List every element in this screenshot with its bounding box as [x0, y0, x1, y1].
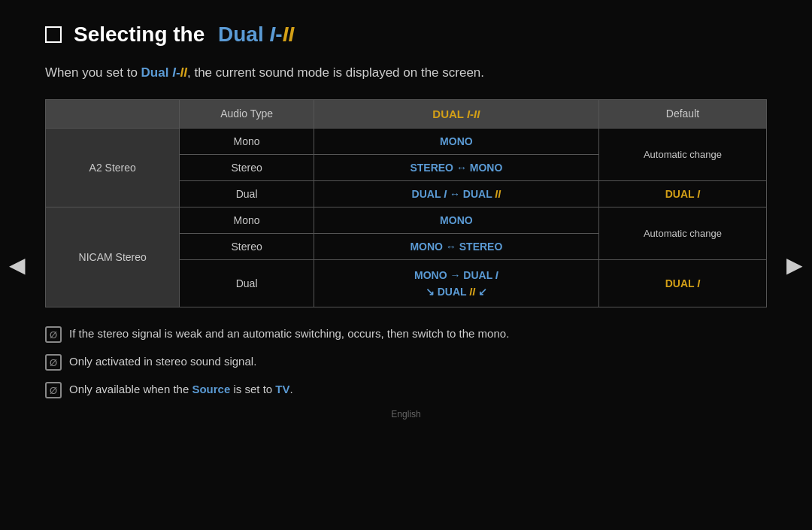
- title-blue-text: Dual I-II: [218, 23, 294, 47]
- note-3-text: Only available when the Source is set to…: [69, 381, 293, 398]
- title-text-before: Selecting the: [74, 23, 211, 47]
- default-value-cell: Automatic change: [598, 128, 766, 180]
- note-3-source: Source: [192, 383, 230, 395]
- dual-value-cell: STEREO ↔ MONO: [314, 154, 598, 180]
- note-icon-3: [45, 382, 62, 398]
- audio-table: Audio Type DUAL I-II Default A2 Stereo M…: [45, 99, 767, 308]
- note-3: Only available when the Source is set to…: [45, 381, 767, 398]
- audio-type-cell: Mono: [180, 128, 314, 154]
- section-a2-stereo: A2 Stereo: [46, 128, 180, 207]
- footer-language: English: [45, 409, 767, 419]
- col-header-default: Default: [598, 99, 766, 128]
- subtitle: When you set to Dual I-II, the current s…: [45, 63, 767, 83]
- nav-right-arrow[interactable]: ▶: [783, 247, 806, 284]
- default-value-cell: DUAL I: [598, 259, 766, 307]
- audio-type-cell: Dual: [180, 259, 314, 307]
- nav-left-arrow[interactable]: ◀: [6, 247, 29, 284]
- default-value-cell: Automatic change: [598, 207, 766, 259]
- dual-value-cell: MONO ↔ STEREO: [314, 233, 598, 259]
- note-1-text: If the stereo signal is weak and an auto…: [69, 326, 509, 343]
- col-header-audio-type: Audio Type: [180, 99, 314, 128]
- table-row: A2 Stereo Mono MONO Automatic change: [46, 128, 767, 154]
- audio-type-cell: Stereo: [180, 233, 314, 259]
- note-icon-2: [45, 354, 62, 371]
- audio-type-cell: Stereo: [180, 154, 314, 180]
- note-icon-1: [45, 326, 62, 343]
- col-header-dual: DUAL I-II: [314, 99, 598, 128]
- table-row: NICAM Stereo Mono MONO Automatic change: [46, 207, 767, 233]
- note-3-tv: TV: [275, 383, 289, 395]
- audio-type-cell: Mono: [180, 207, 314, 233]
- notes-section: If the stereo signal is weak and an auto…: [45, 326, 767, 398]
- checkbox-icon: [45, 26, 62, 43]
- note-2-text: Only activated in stereo sound signal.: [69, 353, 256, 371]
- col-header-empty: [46, 99, 180, 128]
- default-value-cell: DUAL I: [598, 180, 766, 207]
- audio-type-cell: Dual: [180, 180, 314, 207]
- dual-value-cell: MONO: [314, 207, 598, 233]
- section-nicam-stereo: NICAM Stereo: [46, 207, 180, 307]
- dual-value-cell: MONO: [314, 128, 598, 154]
- page-title: Selecting the Dual I-II: [45, 23, 767, 47]
- main-content: Selecting the Dual I-II When you set to …: [0, 0, 812, 435]
- note-2: Only activated in stereo sound signal.: [45, 353, 767, 371]
- dual-value-cell: DUAL I ↔ DUAL II: [314, 180, 598, 207]
- subtitle-blue-text: Dual I-II: [141, 65, 187, 80]
- note-1: If the stereo signal is weak and an auto…: [45, 326, 767, 343]
- dual-value-cell: MONO → DUAL I ↘ DUAL II ↙: [314, 259, 598, 307]
